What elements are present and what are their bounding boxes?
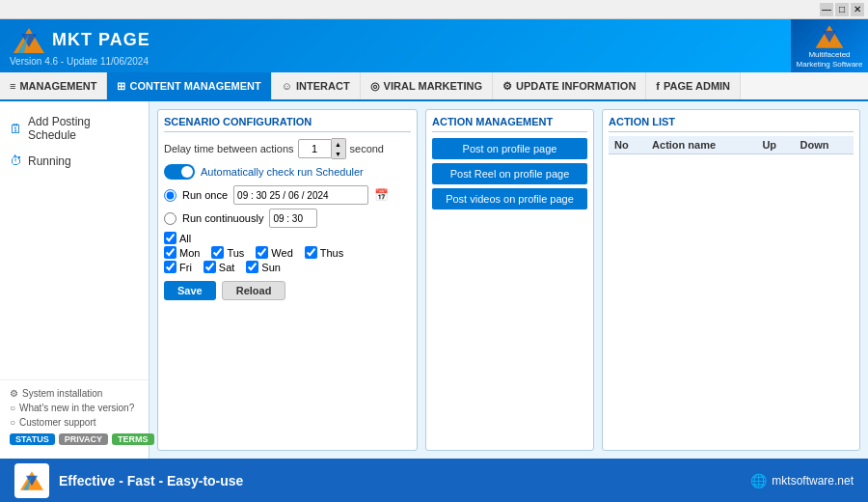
- toggle-row: Automatically check run Scheduler: [164, 164, 411, 180]
- thu-label: Thus: [320, 247, 343, 259]
- update-icon: ⚙: [502, 80, 512, 93]
- tue-label: Tus: [227, 247, 244, 259]
- viral-icon: ◎: [370, 80, 380, 93]
- post-videos-button[interactable]: Post videos on profile page: [432, 188, 587, 209]
- mon-checkbox[interactable]: [164, 246, 176, 259]
- action-list-panel: ACTION LIST No Action name Up Down: [602, 109, 860, 451]
- status-badge[interactable]: STATUS: [10, 433, 55, 445]
- tab-management[interactable]: ≡ MANAGEMENT: [0, 72, 107, 99]
- thu-checkbox[interactable]: [305, 246, 317, 259]
- reload-button[interactable]: Reload: [222, 281, 286, 300]
- scenario-title: SCENARIO CONFIGURATION: [164, 116, 411, 132]
- sidebar-item-running[interactable]: ⏱ Running: [0, 148, 149, 174]
- sidebar-item-add-posting[interactable]: 🗓 Add Posting Schedule: [0, 109, 149, 148]
- interact-icon: ☺: [282, 80, 292, 92]
- save-button[interactable]: Save: [164, 281, 216, 300]
- all-row: All: [164, 232, 411, 244]
- sidebar-bottom: ⚙ System installation ○ What's new in th…: [0, 379, 149, 451]
- spinner-down-btn[interactable]: ▼: [332, 149, 345, 158]
- mkt-badge-text: Multifaceted Marketing Software: [791, 50, 868, 69]
- weekdays-row1: Mon Tus Wed Thus: [164, 246, 411, 259]
- sidebar: 🗓 Add Posting Schedule ⏱ Running ⚙ Syste…: [0, 101, 149, 459]
- wed-label: Wed: [271, 247, 292, 259]
- terms-badge[interactable]: TERMS: [112, 433, 154, 445]
- mon-item: Mon: [164, 246, 200, 259]
- post-reel-button[interactable]: Post Reel on profile page: [432, 163, 587, 184]
- nav-tabs: ≡ MANAGEMENT ⊞ CONTENT MANAGEMENT ☺ INTE…: [0, 72, 868, 101]
- version-text: Version 4.6 - Update 11/06/2024: [10, 56, 149, 67]
- sidebar-support-link[interactable]: ○ Customer support: [10, 415, 139, 430]
- content-area: SCENARIO CONFIGURATION Delay time betwee…: [149, 101, 868, 459]
- delay-input[interactable]: [298, 139, 332, 158]
- auto-check-toggle[interactable]: [164, 164, 195, 180]
- sidebar-system-link[interactable]: ⚙ System installation: [10, 386, 139, 401]
- run-continuously-label: Run continuously: [182, 212, 263, 224]
- sun-item: Sun: [246, 261, 281, 273]
- tab-content-management[interactable]: ⊞ CONTENT MANAGEMENT: [107, 72, 271, 99]
- col-up: Up: [756, 136, 794, 154]
- title-bar: — □ ✕: [0, 0, 868, 19]
- tue-checkbox[interactable]: [211, 246, 224, 259]
- tab-update-information[interactable]: ⚙ UPDATE INFORMATION: [493, 72, 646, 99]
- footer-website: 🌐 mktsoftware.net: [750, 473, 854, 488]
- sat-label: Sat: [219, 262, 235, 273]
- delay-spinner: ▲ ▼: [298, 138, 346, 159]
- run-continuously-time[interactable]: [269, 209, 317, 228]
- run-continuously-radio[interactable]: [164, 212, 176, 225]
- sun-checkbox[interactable]: [246, 261, 258, 273]
- content-icon: ⊞: [117, 80, 125, 93]
- maximize-button[interactable]: □: [835, 3, 849, 16]
- mkt-badge: Multifaceted Marketing Software: [791, 19, 868, 72]
- action-list-title: ACTION LIST: [609, 116, 675, 127]
- run-once-row: Run once 📅: [164, 185, 411, 205]
- logo-text: MKT PAGE: [52, 30, 150, 50]
- run-continuously-row: Run continuously: [164, 209, 411, 228]
- tue-item: Tus: [211, 246, 244, 259]
- system-icon: ⚙: [10, 388, 18, 399]
- run-once-datetime[interactable]: [233, 185, 368, 205]
- sat-item: Sat: [203, 261, 235, 273]
- logo-area: MKT PAGE Version 4.6 - Update 11/06/2024: [0, 22, 160, 70]
- wed-checkbox[interactable]: [256, 246, 268, 259]
- tab-interact[interactable]: ☺ INTERACT: [272, 72, 361, 99]
- run-once-label: Run once: [182, 189, 228, 201]
- facebook-icon: f: [656, 80, 660, 92]
- sidebar-top: 🗓 Add Posting Schedule ⏱ Running: [0, 109, 149, 379]
- privacy-badge[interactable]: PRIVACY: [59, 433, 108, 445]
- fri-label: Fri: [179, 262, 192, 273]
- sidebar-whatsnew-link[interactable]: ○ What's new in the version?: [10, 401, 139, 415]
- minimize-button[interactable]: —: [820, 3, 833, 16]
- all-label: All: [179, 233, 191, 244]
- footer-tagline: Effective - Fast - Easy-to-use: [59, 473, 243, 488]
- tab-viral-marketing[interactable]: ◎ VIRAL MARKETING: [361, 72, 493, 99]
- mkt-badge-icon: [812, 23, 847, 50]
- calendar-icon[interactable]: 📅: [374, 188, 389, 202]
- spinner-up-btn[interactable]: ▲: [332, 139, 345, 149]
- wed-item: Wed: [256, 246, 292, 259]
- tab-page-admin[interactable]: f PAGE ADMIN: [646, 72, 741, 99]
- close-button[interactable]: ✕: [851, 3, 864, 16]
- management-icon: ≡: [10, 80, 15, 92]
- action-list-header: ACTION LIST: [609, 116, 854, 132]
- add-icon: 🗓: [10, 122, 22, 136]
- fri-checkbox[interactable]: [164, 261, 176, 273]
- support-icon: ○: [10, 417, 15, 428]
- weekdays-row2: Fri Sat Sun: [164, 261, 411, 273]
- logo: MKT PAGE: [10, 26, 150, 55]
- sun-label: Sun: [261, 262, 281, 273]
- days-grid: All Mon Tus Wed: [164, 232, 411, 273]
- mon-label: Mon: [179, 247, 200, 259]
- action-management-panel: ACTION MANAGEMENT Post on profile page P…: [425, 109, 594, 451]
- run-once-radio[interactable]: [164, 189, 176, 202]
- delay-label: Delay time between actions: [164, 143, 294, 154]
- all-checkbox[interactable]: [164, 232, 176, 244]
- fri-item: Fri: [164, 261, 192, 273]
- action-management-title: ACTION MANAGEMENT: [432, 116, 587, 132]
- sidebar-badges: STATUS PRIVACY TERMS: [10, 433, 139, 445]
- action-table: No Action name Up Down: [609, 136, 854, 154]
- sat-checkbox[interactable]: [203, 261, 216, 273]
- post-profile-button[interactable]: Post on profile page: [432, 138, 587, 159]
- toggle-label: Automatically check run Scheduler: [201, 166, 364, 178]
- table-header-row: No Action name Up Down: [609, 136, 854, 154]
- col-down: Down: [794, 136, 854, 154]
